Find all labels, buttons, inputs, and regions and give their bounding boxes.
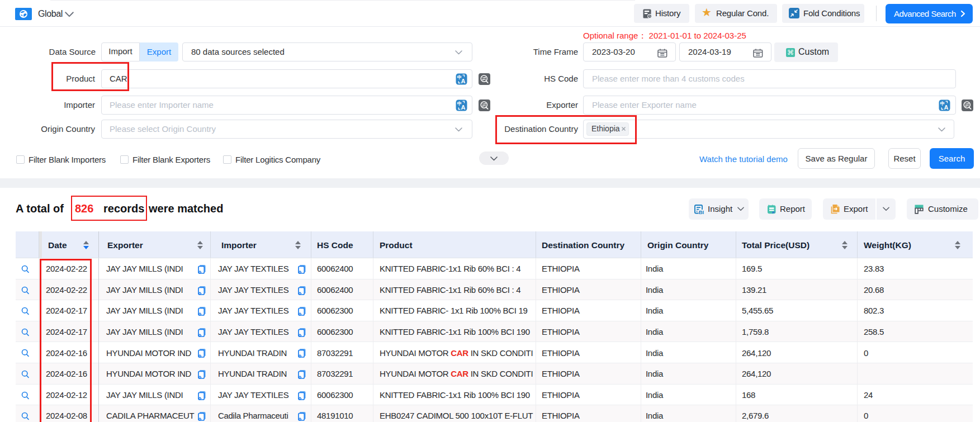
svg-text:⌘: ⌘	[787, 49, 794, 56]
svg-text:BI: BI	[699, 209, 704, 215]
svg-text:A: A	[461, 104, 466, 111]
svg-text:A: A	[944, 104, 949, 111]
svg-text:A: A	[461, 78, 466, 84]
